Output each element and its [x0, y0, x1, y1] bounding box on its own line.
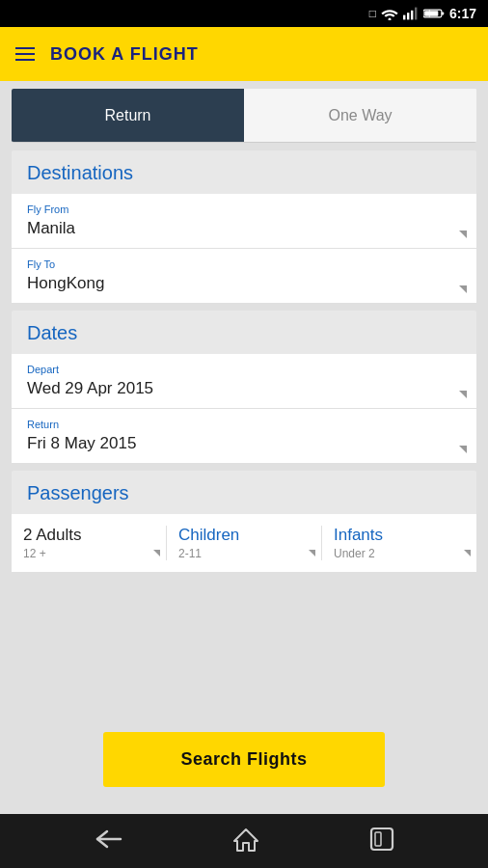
recents-icon: [369, 827, 394, 852]
fly-to-arrow: [459, 285, 467, 293]
dates-body: Depart Wed 29 Apr 2015 Return Fri 8 May …: [12, 354, 476, 463]
fly-to-field[interactable]: Fly To HongKong: [12, 249, 476, 303]
search-flights-button[interactable]: Search Flights: [103, 732, 384, 787]
app-header: BOOK A FLIGHT: [0, 27, 488, 81]
status-time: 6:17: [449, 6, 476, 21]
app-title: BOOK A FLIGHT: [50, 44, 199, 65]
svg-rect-3: [411, 11, 413, 20]
depart-label: Depart: [27, 364, 461, 375]
svg-rect-12: [375, 832, 381, 846]
svg-rect-4: [415, 8, 417, 20]
booking-tabs: Return One Way: [12, 89, 476, 143]
search-btn-container: Search Flights: [0, 720, 488, 799]
back-icon: [94, 827, 122, 851]
svg-rect-2: [407, 13, 409, 19]
dates-section: Dates Depart Wed 29 Apr 2015 Return Fri …: [12, 311, 476, 463]
svg-point-0: [388, 18, 391, 21]
depart-field[interactable]: Depart Wed 29 Apr 2015: [12, 354, 476, 409]
wifi-icon: [381, 7, 398, 20]
back-button[interactable]: [94, 827, 122, 854]
return-arrow: [459, 446, 467, 453]
adults-field[interactable]: 2 Adults 12 +: [12, 526, 167, 560]
adults-sub: 12 +: [23, 547, 154, 560]
adults-arrow: [153, 550, 160, 556]
return-value: Fri 8 May 2015: [27, 434, 461, 453]
infants-field[interactable]: Infants Under 2: [322, 526, 476, 560]
infants-arrow: [464, 550, 471, 556]
children-value: Children: [178, 526, 310, 545]
fly-to-label: Fly To: [27, 258, 461, 270]
passengers-title: Passengers: [12, 482, 476, 514]
hamburger-menu[interactable]: [15, 47, 35, 61]
home-button[interactable]: [232, 826, 259, 856]
depart-arrow: [459, 391, 467, 398]
battery-icon: [423, 8, 445, 19]
infants-value: Infants: [334, 526, 465, 545]
svg-rect-1: [403, 15, 405, 20]
home-icon: [232, 826, 259, 853]
infants-sub: Under 2: [334, 547, 465, 560]
fly-from-field[interactable]: Fly From Manila: [12, 194, 476, 249]
svg-rect-7: [424, 11, 438, 16]
adults-value: 2 Adults: [23, 526, 154, 545]
children-sub: 2-11: [178, 547, 310, 560]
children-arrow: [309, 550, 315, 556]
recents-button[interactable]: [369, 827, 394, 855]
status-icons: □ 6:17: [369, 6, 476, 21]
tab-return[interactable]: Return: [12, 89, 244, 142]
fly-from-arrow: [459, 231, 467, 238]
dates-title: Dates: [12, 322, 476, 354]
tab-one-way[interactable]: One Way: [244, 89, 476, 142]
passengers-row: 2 Adults 12 + Children 2-11 Infants Unde…: [12, 514, 476, 572]
svg-rect-6: [442, 12, 444, 14]
return-field[interactable]: Return Fri 8 May 2015: [12, 409, 476, 463]
children-field[interactable]: Children 2-11: [167, 526, 322, 560]
return-label: Return: [27, 419, 461, 430]
signal-icon: [403, 7, 419, 20]
bottom-nav: [0, 814, 488, 868]
destinations-section: Destinations Fly From Manila Fly To Hong…: [12, 150, 476, 303]
depart-value: Wed 29 Apr 2015: [27, 379, 461, 398]
destinations-body: Fly From Manila Fly To HongKong: [12, 194, 476, 303]
fly-to-value: HongKong: [27, 274, 461, 293]
svg-marker-10: [234, 829, 258, 851]
destinations-title: Destinations: [12, 162, 476, 194]
status-bar: □ 6:17: [0, 0, 488, 27]
wifi-icon: □: [369, 7, 376, 20]
fly-from-label: Fly From: [27, 203, 461, 215]
passengers-section: Passengers 2 Adults 12 + Children 2-11 I…: [12, 471, 476, 572]
fly-from-value: Manila: [27, 219, 461, 238]
